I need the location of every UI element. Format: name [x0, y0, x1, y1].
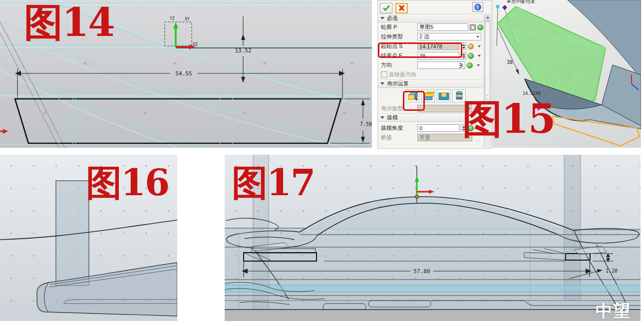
extrude-type-label: 拉伸类型 — [381, 33, 416, 40]
chevron-down-icon — [478, 45, 481, 47]
end-point-dropdown[interactable] — [475, 52, 481, 59]
datum-origin: YZ XY XZ — [165, 16, 372, 49]
boolean-intersect-button[interactable] — [452, 89, 466, 102]
profile-field[interactable]: 草图5 — [417, 23, 468, 31]
section-draft[interactable]: 拔模 — [378, 113, 484, 122]
draft-angle-dropdown[interactable] — [475, 124, 481, 132]
start-point-dropdown[interactable] — [475, 42, 481, 50]
panel-scrollbar[interactable] — [484, 14, 491, 148]
dim-text-14-1748: 14.1748 — [523, 91, 541, 96]
viewport-fig16[interactable]: 图16 — [0, 155, 177, 321]
dim-text-54-55: 54.55 — [175, 70, 192, 77]
dim-text-13-52: 13.52 — [235, 47, 251, 54]
row-boolean-shape: 布尔造型 — [378, 104, 484, 113]
bridge-field: 变量 — [417, 134, 472, 141]
boolean-add-button[interactable] — [421, 89, 435, 102]
collapse-triangle-icon — [380, 17, 384, 19]
row-extrude-type: 拉伸类型 2 边 — [378, 32, 484, 41]
section-boolean[interactable]: 布尔运算 — [378, 79, 484, 88]
chevron-down-icon — [477, 64, 480, 66]
section-boolean-label: 布尔运算 — [387, 80, 409, 87]
y-axis-arrow-icon — [415, 176, 419, 182]
profile-pick-icon[interactable] — [477, 24, 483, 30]
sketch-list-icon[interactable] — [470, 24, 476, 30]
start-point-label: 起始点 S — [381, 42, 416, 50]
collapse-triangle-icon — [380, 116, 384, 119]
boolean-add-icon — [422, 91, 434, 101]
flip-face-checkbox[interactable] — [381, 71, 387, 78]
x-icon — [398, 5, 405, 11]
start-point-value: 14.17478 — [419, 43, 442, 49]
end-point-input[interactable]: 38 — [417, 52, 459, 59]
dim-text-57-80: 57.80 — [413, 268, 430, 275]
scrollbar-up-button[interactable] — [484, 14, 491, 21]
draft-angle-input[interactable]: 0 — [417, 124, 459, 132]
row-profile: 轮廓 P 草图5 — [378, 22, 484, 32]
ok-button[interactable] — [380, 3, 392, 13]
dim-text-38: 38 — [507, 59, 513, 65]
start-point-pick-icon[interactable] — [468, 43, 474, 49]
chevron-down-icon — [467, 108, 470, 110]
boolean-shape-field[interactable] — [417, 105, 472, 112]
direction-dropdown[interactable] — [474, 61, 480, 69]
chevron-down-icon — [476, 36, 479, 38]
fig15-canvas: 单击中键:结束 38 — [493, 0, 641, 148]
info-icon: i — [474, 3, 481, 10]
viewport-fig14[interactable]: YZ XY XZ 13.52 54.55 — [0, 0, 372, 148]
extrude-options-panel: i 必选 轮廓 P 草图5 拉伸类型 2 边 — [377, 0, 492, 149]
point-marker-icon — [496, 5, 500, 8]
dim-text-7-58: 7.58 — [360, 121, 372, 127]
cad-tutorial-collage: YZ XY XZ 13.52 54.55 — [0, 0, 644, 326]
row-flip-face: 反转面方向 — [378, 70, 484, 79]
check-icon — [383, 5, 390, 11]
fig14-canvas: YZ XY XZ 13.52 54.55 — [0, 0, 372, 148]
row-bridge: 桥接 变量 — [378, 133, 484, 142]
extrude-type-select[interactable]: 2 边 — [417, 33, 481, 40]
watermark: 中望 — [596, 300, 641, 323]
boolean-remove-icon — [438, 91, 450, 101]
flip-face-label: 反转面方向 — [389, 71, 416, 78]
profile-label: 轮廓 P — [381, 23, 416, 31]
draft-angle-spinner[interactable] — [461, 124, 466, 132]
bridge-value: 变量 — [419, 134, 430, 141]
viewport-fig17[interactable]: 57.80 1.20 图17 — [225, 155, 641, 321]
boolean-base-button[interactable] — [406, 89, 419, 102]
cancel-button[interactable] — [395, 3, 408, 13]
start-point-spinner[interactable] — [461, 42, 466, 50]
double-chevron-icon — [459, 62, 463, 68]
row-end-point: 结束点 E 38 — [378, 51, 484, 60]
section-required[interactable]: 必选 — [378, 14, 484, 22]
end-point-pick-icon[interactable] — [468, 53, 474, 59]
boolean-shape-pick-icon — [474, 106, 480, 112]
scrollbar-thumb[interactable] — [485, 21, 490, 101]
panel-toolbar: i — [378, 0, 491, 15]
y-axis-arrow-icon — [173, 22, 178, 28]
boolean-shape-label: 布尔造型 — [381, 105, 416, 112]
boolean-remove-button[interactable] — [437, 89, 450, 102]
middle-click-hint: 单击中键:结束 — [507, 0, 535, 4]
row-direction: 方向 — [378, 60, 484, 70]
end-point-spinner[interactable] — [461, 52, 466, 59]
row-start-point: 起始点 S 14.17478 — [378, 41, 484, 51]
profile-value: 草图5 — [419, 23, 433, 31]
info-button[interactable]: i — [472, 2, 483, 12]
end-point-label: 结束点 E — [381, 52, 416, 59]
boolean-base-icon — [407, 91, 419, 101]
x-axis-arrow-icon — [429, 190, 434, 194]
ground-strip — [225, 310, 641, 321]
dim-text-1-20: 1.20 — [606, 268, 618, 274]
bridge-label: 桥接 — [381, 134, 416, 141]
start-point-input[interactable]: 14.17478 — [417, 42, 459, 50]
row-draft-angle: 拔模角度 0 — [378, 123, 484, 133]
direction-pick-icon[interactable] — [467, 62, 473, 68]
boolean-operation-icons — [378, 88, 484, 104]
draft-angle-value: 0 — [419, 125, 422, 131]
chevron-down-icon — [478, 55, 481, 57]
direction-input[interactable] — [417, 61, 465, 69]
viewport-fig15[interactable]: 单击中键:结束 38 — [492, 0, 641, 148]
extrude-type-value: 2 边 — [419, 33, 429, 40]
view-axis-arrow-icon — [0, 129, 8, 134]
direction-label: 方向 — [381, 61, 416, 69]
fig17-canvas: 57.80 1.20 — [225, 155, 641, 321]
draft-angle-pick-icon[interactable] — [468, 125, 474, 131]
